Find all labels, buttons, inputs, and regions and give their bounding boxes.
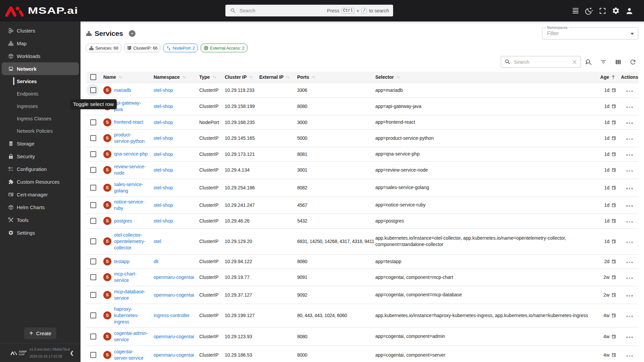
row-actions-menu[interactable] [626, 278, 633, 279]
namespace-link[interactable]: otel-shop [154, 87, 173, 93]
row-actions-menu[interactable] [626, 355, 633, 357]
select-all-checkbox[interactable] [90, 74, 96, 80]
row-actions-menu[interactable] [626, 122, 633, 124]
service-name-link[interactable]: postgres [114, 218, 132, 224]
row-checkbox[interactable] [90, 274, 96, 280]
service-name-link[interactable]: sales-service-golang [114, 181, 148, 194]
filter-button[interactable] [599, 58, 607, 66]
namespace-link[interactable]: openmaru-cogentai [154, 352, 194, 358]
sidebar-item-map[interactable]: Map [0, 37, 80, 50]
add-service-button[interactable] [129, 30, 136, 37]
sidebar-item-clusters[interactable]: Clusters [0, 24, 80, 37]
namespace-link[interactable]: otel-shop [154, 218, 173, 224]
service-name-link[interactable]: frontend-react [114, 119, 143, 125]
service-name-link[interactable]: testapp [114, 258, 129, 265]
row-checkbox[interactable] [90, 202, 96, 208]
sidebar-subitem-services[interactable]: Services [0, 75, 80, 87]
row-actions-menu[interactable] [626, 262, 633, 263]
row-actions-menu[interactable] [626, 205, 633, 207]
row-checkbox[interactable] [90, 119, 96, 125]
sidebar-item-cert-manager[interactable]: Cert-manager [0, 188, 80, 201]
menu-button[interactable] [571, 6, 580, 15]
sidebar-subitem-endpoints[interactable]: Endpoints [0, 87, 80, 100]
row-checkbox[interactable] [90, 167, 96, 173]
sidebar-item-storage[interactable]: Storage [0, 137, 80, 150]
row-checkbox[interactable] [90, 135, 96, 141]
row-actions-menu[interactable] [626, 295, 633, 297]
row-actions-menu[interactable] [626, 242, 633, 243]
sidebar-subitem-ingresses[interactable]: Ingresses [0, 100, 80, 112]
search-off-button[interactable] [585, 58, 593, 66]
row-actions-menu[interactable] [626, 316, 633, 317]
row-checkbox[interactable] [90, 292, 96, 298]
row-checkbox[interactable] [90, 312, 96, 318]
service-name-link[interactable]: mcp-chart-service [114, 271, 148, 284]
view-columns-button[interactable] [614, 58, 622, 66]
service-name-link[interactable]: product-service-python [114, 132, 146, 144]
namespaces-filter[interactable]: Namespaces Filter [542, 27, 638, 40]
chip-services-68[interactable]: Services: 68 [86, 44, 121, 52]
namespace-link[interactable]: otel-shop [154, 152, 173, 157]
row-actions-menu[interactable] [626, 337, 633, 338]
sidebar-item-custom-resources[interactable]: Custom Resources [0, 175, 80, 188]
row-checkbox[interactable] [90, 334, 96, 340]
clear-search-icon[interactable] [571, 59, 578, 65]
refresh-button[interactable] [629, 58, 637, 66]
sidebar-item-workloads[interactable]: Workloads [0, 50, 80, 62]
namespace-link[interactable]: openmaru-cogentai [154, 292, 194, 298]
column-header-ports[interactable]: Ports [297, 72, 375, 83]
row-actions-menu[interactable] [626, 90, 633, 92]
column-header-type[interactable]: Type [199, 72, 225, 83]
row-actions-menu[interactable] [626, 154, 633, 156]
namespace-link[interactable]: otel-shop [154, 185, 173, 190]
row-checkbox[interactable] [90, 352, 96, 358]
row-checkbox[interactable] [90, 87, 96, 93]
service-name-link[interactable]: cogentai-server-service [114, 349, 146, 361]
service-name-link[interactable]: mariadb [114, 87, 131, 94]
row-checkbox[interactable] [90, 238, 96, 244]
row-checkbox[interactable] [90, 185, 96, 191]
namespace-link[interactable]: otel-shop [154, 120, 173, 125]
namespace-link[interactable]: otel-shop [154, 135, 173, 141]
row-actions-menu[interactable] [626, 138, 633, 140]
row-checkbox[interactable] [90, 151, 96, 157]
namespace-link[interactable]: otel-shop [154, 202, 173, 208]
global-search[interactable]: Search Press Ctrl + / to search [225, 5, 393, 16]
namespace-link[interactable]: dk [154, 259, 159, 264]
column-header-age[interactable]: Age [590, 72, 621, 83]
sidebar-item-settings[interactable]: Settings [0, 226, 80, 239]
service-name-link[interactable]: haproxy-kubernetes-ingress [114, 306, 148, 325]
sidebar-item-network[interactable]: Network [2, 62, 79, 75]
namespace-link[interactable]: otel [154, 239, 161, 244]
service-name-link[interactable]: cogentai-admin-service [114, 330, 148, 343]
sidebar-item-security[interactable]: Security [0, 150, 80, 163]
chip-nodeport-2[interactable]: NodePort: 2 [163, 44, 198, 52]
service-name-link[interactable]: otel-collector-opentelemetry-collector [114, 232, 148, 251]
fullscreen-button[interactable] [598, 6, 607, 15]
namespace-link[interactable]: otel-shop [154, 104, 173, 109]
namespace-link[interactable]: openmaru-cogentai [154, 275, 194, 280]
sidebar-subitem-network-policies[interactable]: Network Policies [0, 125, 80, 137]
namespace-link[interactable]: ingress-controller [154, 313, 190, 318]
sidebar-subitem-ingress-classes[interactable]: Ingress Classes [0, 112, 80, 125]
sidebar-item-configuration[interactable]: Configuration [0, 163, 80, 175]
namespace-link[interactable]: openmaru-cogentai [154, 334, 194, 339]
dark-mode-button[interactable] [585, 6, 593, 15]
settings-button[interactable] [611, 6, 620, 15]
create-button[interactable]: + Create [24, 327, 56, 339]
row-checkbox[interactable] [90, 218, 96, 224]
account-button[interactable] [625, 6, 634, 15]
row-actions-menu[interactable] [626, 188, 633, 189]
column-header-namespace[interactable]: Namespace [154, 72, 199, 83]
service-name-link[interactable]: api-gateway-java [114, 100, 148, 113]
service-name-link[interactable]: qna-service-php [114, 151, 148, 157]
service-name-link[interactable]: review-service-node [114, 164, 148, 176]
column-header-selector[interactable]: Selector [375, 72, 590, 83]
service-name-link[interactable]: mcp-database-service [114, 289, 148, 301]
sidebar-item-tools[interactable]: Tools [0, 214, 80, 226]
sidebar-item-helm-charts[interactable]: Helm Charts [0, 201, 80, 214]
collapse-sidebar-icon[interactable]: ❮ [70, 350, 80, 356]
row-actions-menu[interactable] [626, 107, 633, 108]
service-name-link[interactable]: notice-service-ruby [114, 199, 148, 212]
chip-external-access-2[interactable]: External Access: 2 [201, 44, 247, 52]
